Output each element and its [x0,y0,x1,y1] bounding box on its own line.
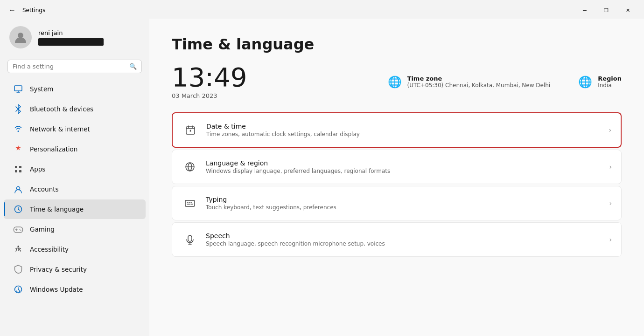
svg-rect-2 [15,166,17,168]
sidebar-item-label-accounts: Accounts [30,185,59,193]
maximize-button[interactable]: ❐ [595,3,617,18]
titlebar-left: ← Settings [6,5,45,15]
typing-icon [182,195,198,212]
region-block: 🌐 Region India [578,75,622,89]
sidebar-item-system[interactable]: System [4,79,146,99]
card-date-time-subtitle: Time zones, automatic clock settings, ca… [206,131,609,137]
sidebar-item-update[interactable]: Windows Update [4,280,146,299]
card-language-region-subtitle: Windows display language, preferred lang… [206,168,609,174]
svg-point-11 [18,246,19,247]
card-typing-subtitle: Touch keyboard, text suggestions, prefer… [206,204,609,211]
apps-icon [13,164,23,174]
titlebar-title: Settings [22,7,45,14]
card-speech-text: Speech Speech language, speech recogniti… [206,232,609,247]
svg-point-10 [21,230,21,231]
card-language-region-chevron: › [609,163,612,171]
clock-display: 13:49 [172,64,388,90]
timezone-text: Time zone (UTC+05:30) Chennai, Kolkata, … [407,75,551,89]
privacy-icon [13,264,23,274]
card-speech-subtitle: Speech language, speech recognition micr… [206,240,609,247]
speech-icon [182,231,198,248]
sidebar: reni jain 🔍 System Blue [0,19,149,336]
region-label: Region [598,75,622,82]
card-language-region-text: Language & region Windows display langua… [206,159,609,174]
timezone-block: 🌐 Time zone (UTC+05:30) Chennai, Kolkata… [388,75,551,89]
search-input[interactable] [13,63,126,70]
update-icon [13,284,23,295]
clock-date: 03 March 2023 [172,92,388,99]
svg-point-9 [20,229,21,230]
current-time-block: 13:49 03 March 2023 [172,64,388,99]
sidebar-item-label-network: Network & internet [30,125,90,133]
svg-rect-3 [19,166,21,168]
card-speech[interactable]: Speech Speech language, speech recogniti… [172,222,622,257]
sidebar-item-apps[interactable]: Apps [4,159,146,179]
sidebar-item-label-gaming: Gaming [30,226,55,233]
sidebar-item-privacy[interactable]: Privacy & security [4,260,146,279]
card-date-time-chevron: › [609,126,611,134]
titlebar-controls: ─ ❐ ✕ [574,3,638,18]
date-time-icon [182,122,199,138]
accounts-icon [13,184,23,194]
card-typing-text: Typing Touch keyboard, text suggestions,… [206,196,609,211]
timezone-icon: 🌐 [388,75,402,89]
timezone-value: (UTC+05:30) Chennai, Kolkata, Mumbai, Ne… [407,82,551,89]
time-info-row: 13:49 03 March 2023 🌐 Time zone (UTC+05:… [172,64,622,99]
sidebar-item-label-privacy: Privacy & security [30,266,87,273]
sidebar-item-accessibility[interactable]: Accessibility [4,240,146,259]
gaming-icon [13,224,23,234]
sidebar-item-accounts[interactable]: Accounts [4,179,146,199]
network-icon [13,124,23,134]
user-info: reni jain [38,29,104,46]
system-icon [13,84,23,94]
card-date-time-title: Date & time [206,123,609,130]
user-email-redacted [38,38,104,46]
svg-rect-16 [185,200,195,206]
close-button[interactable]: ✕ [617,3,638,18]
language-region-icon [182,158,198,175]
sidebar-item-label-accessibility: Accessibility [30,246,69,253]
bluetooth-icon [13,104,23,114]
sidebar-nav: System Bluetooth & devices Network & int… [0,79,149,300]
sidebar-item-bluetooth[interactable]: Bluetooth & devices [4,99,146,119]
back-button[interactable]: ← [6,5,19,15]
card-language-region[interactable]: Language & region Windows display langua… [172,150,622,184]
region-text: Region India [598,75,622,89]
sidebar-item-label-update: Windows Update [30,286,83,293]
timezone-label: Time zone [407,75,551,82]
sidebar-item-label-personalization: Personalization [30,145,77,153]
minimize-button[interactable]: ─ [574,3,595,18]
region-icon: 🌐 [578,75,592,89]
card-typing[interactable]: Typing Touch keyboard, text suggestions,… [172,186,622,220]
sidebar-item-network[interactable]: Network & internet [4,119,146,139]
region-value: India [598,82,622,89]
card-date-time-text: Date & time Time zones, automatic clock … [206,123,609,137]
sidebar-item-gaming[interactable]: Gaming [4,219,146,239]
search-container: 🔍 [0,58,149,79]
sidebar-item-label-time: Time & language [30,206,84,213]
sidebar-item-label-apps: Apps [30,165,45,173]
search-box: 🔍 [7,60,142,73]
settings-cards: Date & time Time zones, automatic clock … [172,112,622,257]
svg-rect-5 [19,170,21,172]
main-content: Time & language 13:49 03 March 2023 🌐 Ti… [149,19,644,336]
card-date-time[interactable]: Date & time Time zones, automatic clock … [172,112,622,148]
sidebar-item-personalization[interactable]: Personalization [4,139,146,159]
search-icon: 🔍 [129,63,137,70]
time-icon [13,204,23,214]
card-typing-chevron: › [609,199,612,207]
sidebar-item-time[interactable]: Time & language [4,199,146,219]
user-name: reni jain [38,29,104,36]
personalization-icon [13,144,23,154]
sidebar-item-label-system: System [30,85,53,93]
sidebar-item-label-bluetooth: Bluetooth & devices [30,105,93,113]
card-typing-title: Typing [206,196,609,203]
user-profile[interactable]: reni jain [0,19,149,58]
card-speech-title: Speech [206,232,609,240]
titlebar: ← Settings ─ ❐ ✕ [0,0,644,19]
avatar [9,26,32,48]
app-body: reni jain 🔍 System Blue [0,19,644,336]
svg-rect-4 [15,170,17,172]
card-speech-chevron: › [609,236,612,243]
page-title: Time & language [172,35,622,53]
